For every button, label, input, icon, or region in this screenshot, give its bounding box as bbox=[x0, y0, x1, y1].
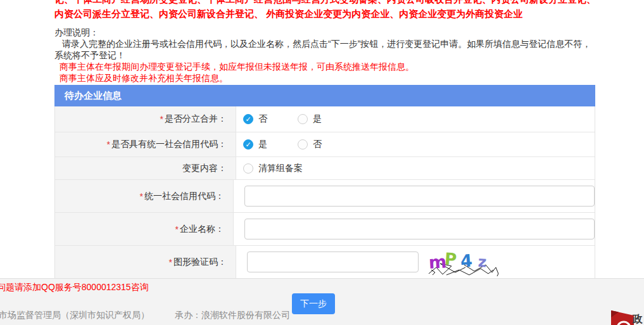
field-label-split-merge: *是否分立合并： bbox=[55, 106, 236, 132]
gov-website-badge[interactable]: 政 bbox=[610, 309, 644, 325]
form-row-split-merge: *是否分立合并： 否 是 bbox=[55, 106, 595, 132]
form-row-change-content: 变更内容： 清算组备案 bbox=[55, 157, 595, 180]
captcha-input[interactable] bbox=[247, 252, 419, 272]
annual-report-warning-2: 商事主体应及时修改并补充相关年报信息。 bbox=[54, 72, 625, 84]
radio-label: 是 bbox=[313, 113, 322, 125]
footer-credits: 市场监督管理局（深圳市知识产权局）承办：浪潮软件股份有限公司 bbox=[0, 310, 290, 321]
required-asterisk: * bbox=[140, 191, 143, 201]
radio-checked-icon[interactable] bbox=[243, 114, 253, 124]
required-asterisk: * bbox=[175, 224, 179, 234]
form-row-company-name: *企业名称： bbox=[55, 213, 595, 246]
field-label-credit-flag: *是否具有统一社会信用代码： bbox=[55, 132, 236, 156]
gov-badge-flag-icon bbox=[610, 309, 635, 325]
radio-credit-flag-no[interactable]: 否 bbox=[298, 139, 322, 150]
radio-unchecked-icon[interactable] bbox=[298, 139, 308, 150]
radio-label: 是 bbox=[258, 139, 267, 150]
footer-org-text: 市场监督管理局（深圳市知识产权局） bbox=[0, 310, 149, 320]
panel-title: 待办企业信息 bbox=[54, 85, 595, 106]
annual-report-warning-1: 商事主体在年报期间办理变更登记手续，如应年报但未报送年报，可由系统推送年报信息。 bbox=[54, 61, 625, 72]
captcha-letter: z bbox=[477, 253, 487, 270]
page-footer: 问题请添加QQ服务号8000012315咨询 下一步 市场监督管理局（深圳市知识… bbox=[0, 278, 644, 325]
registration-types-line1: 记、个体工商户经营场所变更登记、个体工商户经营范围与经营方式变动备案、内资公司吸… bbox=[54, 0, 625, 6]
captcha-image[interactable]: m P 4 z bbox=[427, 248, 503, 276]
field-label-credit-code: *统一社会信用代码： bbox=[55, 180, 234, 212]
form-row-captcha: *图形验证码： m P 4 z bbox=[55, 246, 595, 278]
registration-types-line2: 内资公司派生分立登记、内资公司新设合并登记、 外商投资企业变更为内资企业、内资企… bbox=[54, 6, 625, 21]
gov-badge-char: 政 bbox=[633, 313, 643, 325]
radio-label: 否 bbox=[258, 113, 267, 125]
checkbox-label: 清算组备案 bbox=[258, 163, 303, 174]
required-asterisk: * bbox=[160, 114, 163, 124]
next-step-button[interactable]: 下一步 bbox=[292, 293, 335, 314]
footer-undertaker-text: 承办：浪潮软件股份有限公司 bbox=[175, 310, 290, 320]
radio-credit-flag-yes[interactable]: 是 bbox=[243, 139, 267, 150]
company-name-input[interactable] bbox=[244, 219, 595, 239]
required-asterisk: * bbox=[107, 139, 110, 150]
qq-service-notice: 问题请添加QQ服务号8000012315咨询 bbox=[0, 282, 149, 293]
field-label-change-content: 变更内容： bbox=[55, 157, 236, 179]
checkbox-unchecked-icon[interactable] bbox=[243, 163, 253, 174]
required-asterisk: * bbox=[169, 257, 172, 267]
instructions-body-line2: 系统将不予登记！ bbox=[54, 49, 625, 61]
captcha-letter: 4 bbox=[460, 250, 473, 271]
radio-label: 否 bbox=[313, 139, 322, 150]
captcha-letter: P bbox=[444, 249, 457, 269]
pending-company-info-panel: 待办企业信息 *是否分立合并： 否 是 *是否具有统一社会信用代码： bbox=[54, 85, 595, 279]
page: 记、个体工商户经营场所变更登记、个体工商户经营范围与经营方式变动备案、内资公司吸… bbox=[0, 0, 644, 325]
checkbox-liquidation-filing[interactable]: 清算组备案 bbox=[243, 163, 303, 174]
instructions-title: 办理说明： bbox=[54, 27, 625, 38]
radio-unchecked-icon[interactable] bbox=[298, 114, 308, 124]
instructions-body-line1: 请录入完整的企业注册号或社会信用代码，以及企业名称，然后点击“下一步”按钮，进行… bbox=[54, 38, 625, 49]
form-row-credit-flag: *是否具有统一社会信用代码： 是 否 bbox=[55, 132, 595, 157]
form-row-credit-code: *统一社会信用代码： bbox=[55, 180, 595, 213]
field-label-company-name: *企业名称： bbox=[55, 213, 234, 245]
credit-code-input[interactable] bbox=[244, 186, 595, 207]
top-notice-block: 记、个体工商户经营场所变更登记、个体工商户经营范围与经营方式变动备案、内资公司吸… bbox=[54, 0, 625, 84]
radio-split-merge-yes[interactable]: 是 bbox=[298, 113, 322, 125]
radio-split-merge-no[interactable]: 否 bbox=[243, 113, 267, 125]
field-label-captcha: *图形验证码： bbox=[55, 246, 236, 278]
radio-checked-icon[interactable] bbox=[243, 139, 253, 150]
